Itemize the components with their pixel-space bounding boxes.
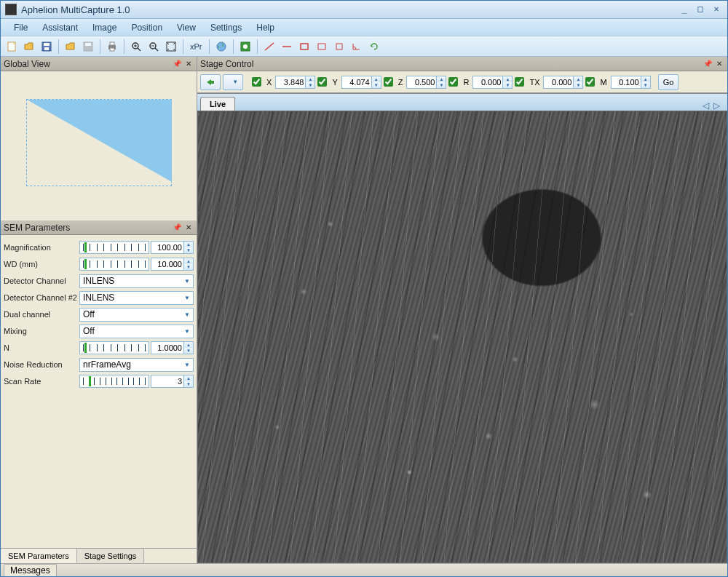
fit-icon[interactable] [163, 39, 179, 55]
global-view-panel [1, 71, 197, 220]
x-input[interactable] [275, 76, 306, 89]
open2-icon[interactable] [63, 39, 79, 55]
wd-spinner[interactable]: ▲▼ [184, 258, 194, 271]
magnification-input[interactable] [151, 241, 184, 254]
n-slider[interactable] [79, 341, 149, 354]
prev-tab-icon[interactable]: ◁ [703, 100, 709, 111]
pin-icon[interactable]: 📌 [703, 59, 713, 69]
global-view-area[interactable] [26, 99, 172, 186]
wd-slider[interactable] [79, 258, 149, 271]
go-button[interactable]: Go [658, 74, 679, 90]
tab-live[interactable]: Live [200, 97, 235, 111]
print-icon[interactable] [104, 39, 120, 55]
x-checkbox[interactable] [252, 77, 261, 87]
r-input[interactable] [472, 76, 503, 89]
dual-dropdown[interactable]: Off▼ [79, 308, 194, 322]
tx-input[interactable] [543, 76, 574, 89]
tx-spinner[interactable]: ▲▼ [574, 76, 583, 89]
z-input[interactable] [406, 76, 437, 89]
y-checkbox[interactable] [317, 77, 327, 87]
r-spinner[interactable]: ▲▼ [503, 76, 513, 89]
z-checkbox[interactable] [384, 77, 393, 87]
svg-point-19 [243, 44, 248, 49]
x-spinner[interactable]: ▲▼ [306, 76, 315, 89]
n-spinner[interactable]: ▲▼ [184, 341, 194, 354]
close-panel-icon[interactable]: ✕ [183, 59, 194, 69]
m-spinner[interactable]: ▲▼ [641, 76, 651, 89]
scan-input[interactable] [151, 375, 184, 388]
viewer-tabs: Live ◁ ▷ [197, 94, 727, 111]
refresh-icon[interactable] [366, 39, 382, 55]
angle-icon[interactable] [349, 39, 365, 55]
new-icon[interactable] [4, 39, 20, 55]
detector2-dropdown[interactable]: INLENS▼ [79, 291, 194, 305]
tab-stage-settings[interactable]: Stage Settings [77, 549, 145, 563]
save2-icon[interactable] [80, 39, 96, 55]
scan-slider[interactable] [79, 375, 149, 388]
menu-assistant[interactable]: Assistant [35, 20, 85, 35]
menu-help[interactable]: Help [249, 20, 282, 35]
globe-icon[interactable] [213, 39, 229, 55]
square-tool-icon[interactable] [331, 39, 347, 55]
svg-marker-25 [27, 100, 172, 182]
close-button[interactable]: ✕ [710, 4, 723, 15]
pin-icon[interactable]: 📌 [172, 223, 182, 233]
capture-icon[interactable] [237, 39, 253, 55]
rect2-tool-icon[interactable] [314, 39, 330, 55]
save-icon[interactable] [39, 39, 55, 55]
image-viewport[interactable] [197, 111, 727, 563]
noise-label: Noise Reduction [4, 360, 79, 369]
menu-image[interactable]: Image [85, 20, 124, 35]
global-view-title: Global View [4, 59, 170, 69]
noise-dropdown[interactable]: nrFrameAvg▼ [79, 358, 194, 372]
line-icon[interactable] [261, 39, 277, 55]
stage-dropdown-button[interactable]: ▼ [223, 74, 243, 90]
y-spinner[interactable]: ▲▼ [372, 76, 381, 89]
zoom-in-icon[interactable] [128, 39, 144, 55]
rect-tool-icon[interactable] [296, 39, 312, 55]
tab-sem-parameters[interactable]: SEM Parameters [1, 549, 77, 563]
next-tab-icon[interactable]: ▷ [713, 100, 720, 111]
svg-point-17 [217, 42, 226, 51]
sem-params-title: SEM Parameters [4, 223, 170, 233]
r-checkbox[interactable] [448, 77, 458, 87]
z-spinner[interactable]: ▲▼ [437, 76, 446, 89]
viewer-panel: Live ◁ ▷ [197, 93, 727, 563]
maximize-button[interactable]: □ [694, 4, 707, 15]
xpr-button[interactable]: xPr [187, 39, 205, 55]
detector-dropdown[interactable]: INLENS▼ [79, 274, 194, 288]
z-label: Z [398, 78, 403, 87]
svg-line-20 [265, 43, 274, 50]
close-panel-icon[interactable]: ✕ [183, 223, 194, 233]
n-input[interactable] [151, 341, 184, 354]
tx-checkbox[interactable] [515, 77, 524, 87]
y-input[interactable] [341, 76, 372, 89]
minimize-button[interactable]: _ [678, 4, 691, 15]
magnification-slider[interactable] [79, 241, 149, 254]
n-label: N [4, 343, 79, 352]
wd-input[interactable] [151, 258, 184, 271]
right-column: Stage Control 📌 ✕ ▼ X ▲▼ Y ▲▼ Z ▲▼ R ▲▼ … [197, 57, 727, 563]
scan-label: Scan Rate [4, 377, 79, 386]
sem-params-header: SEM Parameters 📌 ✕ [1, 220, 197, 235]
tab-messages[interactable]: Messages [4, 564, 57, 576]
stage-arrow-button[interactable] [200, 74, 221, 90]
pin-icon[interactable]: 📌 [172, 59, 182, 69]
m-checkbox[interactable] [585, 77, 595, 87]
hline-icon[interactable] [279, 39, 295, 55]
viewer-nav: ◁ ▷ [703, 100, 724, 111]
menu-settings[interactable]: Settings [203, 20, 249, 35]
menu-position[interactable]: Position [124, 20, 170, 35]
m-input[interactable] [611, 76, 641, 89]
scan-spinner[interactable]: ▲▼ [184, 375, 194, 388]
mixing-dropdown[interactable]: Off▼ [79, 325, 194, 338]
menu-file[interactable]: File [7, 20, 35, 35]
stage-control-title: Stage Control [200, 59, 701, 69]
sem-image [198, 111, 727, 562]
open-icon[interactable] [21, 39, 37, 55]
menu-view[interactable]: View [170, 20, 203, 35]
zoom-out-icon[interactable] [146, 39, 162, 55]
close-panel-icon[interactable]: ✕ [714, 59, 724, 69]
stage-control-header: Stage Control 📌 ✕ [197, 57, 727, 71]
magnification-spinner[interactable]: ▲▼ [184, 241, 194, 254]
